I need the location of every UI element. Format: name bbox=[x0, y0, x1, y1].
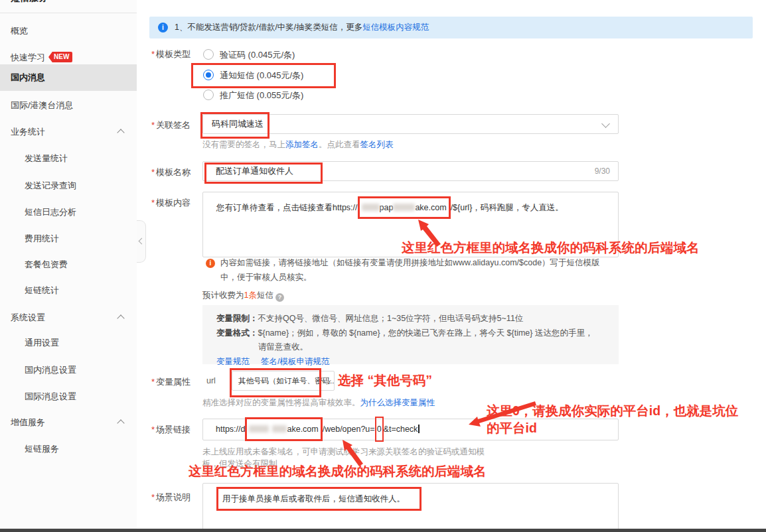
bottom-edge bbox=[0, 529, 766, 532]
field-label-template-type: *模板类型 bbox=[151, 48, 191, 60]
variable-name: url bbox=[206, 376, 216, 385]
variable-attr-value: 其他号码（如订单号、密码.. bbox=[238, 377, 334, 385]
info-icon: i bbox=[158, 23, 168, 33]
text-caret bbox=[418, 425, 420, 433]
sidebar-item-overview[interactable]: 概览 bbox=[0, 18, 137, 44]
sidebar-item-system-settings[interactable]: 系统设置 bbox=[0, 304, 137, 331]
field-label-signature: *关联签名 bbox=[151, 119, 191, 131]
annotation-content-domain: 这里红色方框里的域名换成你的码科系统的后端域名 bbox=[402, 239, 700, 257]
platform-id-value: 0 bbox=[377, 425, 382, 434]
field-label-scene-link: *场景链接 bbox=[151, 424, 191, 436]
divider bbox=[0, 13, 137, 13]
notice-bar: i 1、不能发送营销/贷款/借款/中奖/抽奖类短信，更多短信模板内容规范 bbox=[149, 17, 753, 38]
sidebar-item-shortlink-service[interactable]: 短链服务 bbox=[0, 436, 137, 462]
fee-estimate: 预计收费为1条短信? bbox=[202, 290, 284, 302]
chevron-down-icon bbox=[601, 119, 610, 128]
radio-option-captcha[interactable]: 验证码 (0.045元/条) bbox=[203, 48, 295, 62]
chevron-up-icon bbox=[117, 314, 124, 322]
scene-desc-textarea[interactable]: 用于接单员接单后或者取件后，短信通知收件人。 bbox=[202, 483, 619, 532]
add-signature-link[interactable]: 添加签名 bbox=[285, 140, 319, 149]
variable-limit-line: 变量限制：不支持QQ号、微信号、网址信息；1~35位字符，但电话号码支持5~11… bbox=[216, 312, 619, 326]
sidebar-item-intl-msg-settings[interactable]: 国际消息设置 bbox=[0, 383, 137, 410]
redacted-text bbox=[362, 204, 380, 211]
template-name-value: 配送订单通知收件人 bbox=[216, 166, 293, 176]
variable-format-line: 变量格式：${name}；例如，尊敬的 ${name}，您的快递已飞奔在路上，将… bbox=[216, 326, 619, 341]
signature-list-link[interactable]: 签名列表 bbox=[360, 140, 394, 149]
notice-text: 1、不能发送营销/贷款/借款/中奖/抽奖类短信，更多短信模板内容规范 bbox=[175, 23, 429, 32]
template-apply-spec-link[interactable]: 签名/模板申请规范 bbox=[261, 357, 329, 366]
sidebar-item-intl-messages[interactable]: 国际/港澳台消息 bbox=[0, 92, 137, 119]
radio-option-promotion[interactable]: 推广短信 (0.055元/条) bbox=[203, 88, 303, 103]
radio-icon[interactable] bbox=[203, 49, 214, 60]
variable-attr-select[interactable]: 其他号码（如订单号、密码.. bbox=[232, 371, 335, 391]
sidebar-item-send-record-query[interactable]: 发送记录查询 bbox=[0, 172, 137, 199]
sms-template-create-page: 短信服务 概览 快速学习NEW 国内消息 国际/港澳台消息 业务统计 发送量统计… bbox=[0, 0, 766, 532]
sidebar-item-domestic-msg-settings[interactable]: 国内消息设置 bbox=[0, 357, 137, 383]
radio-option-notification[interactable]: 通知短信 (0.045元/条) bbox=[203, 68, 303, 83]
why-variable-attr-link[interactable]: 为什么选择变量属性 bbox=[360, 398, 435, 407]
sidebar-item-fee-stats[interactable]: 费用统计 bbox=[0, 226, 137, 252]
field-label-template-content: *模板内容 bbox=[151, 197, 191, 209]
warning-icon: i bbox=[206, 259, 215, 268]
sidebar-item-send-volume-stats[interactable]: 发送量统计 bbox=[0, 145, 137, 172]
fee-count: 1条 bbox=[244, 291, 257, 300]
annotation-box-platform-id: 0 bbox=[375, 417, 384, 442]
variable-format-line2: 请留意查收。 bbox=[216, 340, 619, 355]
sidebar-item-general-settings[interactable]: 通用设置 bbox=[0, 330, 137, 356]
form-content: i 1、不能发送营销/贷款/借款/中奖/抽奖类短信，更多短信模板内容规范 *模板… bbox=[137, 0, 766, 532]
new-badge: NEW bbox=[48, 52, 72, 62]
sidebar-item-shortlink-stats[interactable]: 短链统计 bbox=[0, 277, 137, 304]
redacted-text bbox=[249, 425, 269, 432]
field-label-scene-desc: *场景说明 bbox=[151, 492, 191, 503]
sidebar: 短信服务 概览 快速学习NEW 国内消息 国际/港澳台消息 业务统计 发送量统计… bbox=[0, 0, 137, 532]
field-label-template-name: *模板名称 bbox=[151, 166, 191, 178]
chevron-up-icon bbox=[117, 419, 124, 427]
annotation-box-scene-desc: 用于接单员接单后或者取件后，短信通知收件人。 bbox=[216, 487, 421, 511]
annotation-scene-domain: 这里红色方框里的域名换成你的码科系统的后端域名 bbox=[189, 462, 487, 480]
sidebar-item-business-stats[interactable]: 业务统计 bbox=[0, 119, 137, 145]
scene-desc-value: 用于接单员接单后或者取件后，短信通知收件人。 bbox=[222, 494, 405, 503]
variable-rules-box: 变量限制：不支持QQ号、微信号、网址信息；1~35位字符，但电话号码支持5~11… bbox=[202, 305, 619, 364]
chevron-left-icon bbox=[139, 238, 145, 245]
annotation-arrow-to-id bbox=[466, 398, 540, 431]
signature-value: 码科同城速送 bbox=[212, 119, 264, 129]
annotation-box-content-domain: papake.com bbox=[358, 196, 451, 219]
radio-icon[interactable] bbox=[203, 90, 214, 100]
sidebar-collapse-handle[interactable] bbox=[137, 220, 146, 263]
char-counter: 9/30 bbox=[595, 162, 610, 180]
redacted-text bbox=[272, 425, 287, 432]
sidebar-item-domestic-messages[interactable]: 国内消息 bbox=[0, 64, 137, 91]
scene-link-input[interactable]: https://dake.com/web/open?u=0&t=check bbox=[202, 419, 619, 440]
help-question-icon[interactable]: ? bbox=[275, 293, 284, 302]
redacted-text bbox=[393, 204, 415, 211]
signature-help: 没有需要的签名，马上添加签名。点此查看签名列表 bbox=[202, 139, 394, 151]
template-rules-link[interactable]: 短信模板内容规范 bbox=[362, 23, 429, 32]
variable-spec-link[interactable]: 变量规范 bbox=[216, 357, 250, 366]
annotation-select-other: 选择 “其他号码” bbox=[338, 371, 432, 389]
field-label-variable-attr: *变量属性 bbox=[151, 376, 191, 388]
sidebar-item-sms-service[interactable]: 短信服务 bbox=[11, 0, 48, 3]
template-name-input[interactable]: 配送订单通知收件人 9/30 bbox=[202, 161, 619, 181]
variable-attr-help: 精准选择对应的变量属性将提高审核效率。为什么选择变量属性 bbox=[202, 397, 435, 409]
radio-checked-icon[interactable] bbox=[203, 70, 214, 80]
annotation-box-scene-domain: ake.com bbox=[245, 417, 322, 441]
signature-select[interactable]: 码科同城速送 bbox=[202, 114, 619, 134]
sidebar-item-value-added-services[interactable]: 增值服务 bbox=[0, 409, 137, 436]
content-note-line2: 中，便于审核人员核实。 bbox=[220, 272, 312, 283]
sidebar-item-sms-log-analysis[interactable]: 短信日志分析 bbox=[0, 199, 137, 226]
sidebar-item-package-fee[interactable]: 套餐包资费 bbox=[0, 251, 137, 278]
chevron-up-icon bbox=[117, 129, 124, 136]
content-note-line1: 内容如需链接，请将链接地址（如链接有变量请使用拼接地址如www.alidayu.… bbox=[220, 257, 600, 269]
